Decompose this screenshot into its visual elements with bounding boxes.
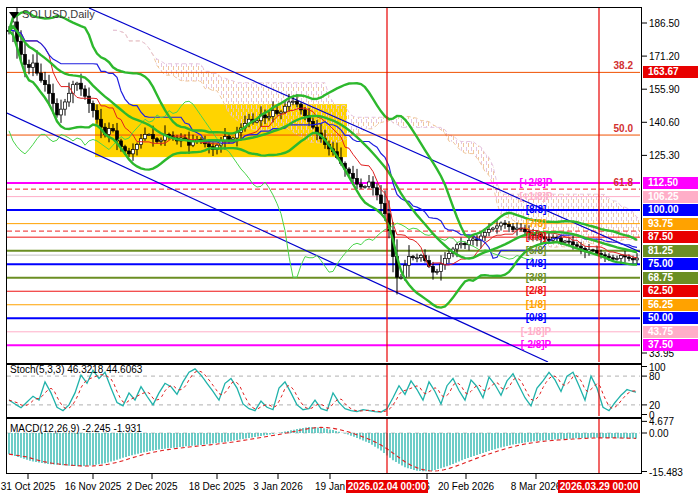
murrey-level-label: [0/8]	[488, 312, 584, 324]
price-tick: 186.50	[649, 18, 680, 29]
murrey-level-label: [6/8]	[488, 231, 584, 243]
price-badge: 43.75	[643, 326, 698, 338]
price-badge: 75.00	[643, 258, 698, 270]
murrey-level-label: [1/8]	[488, 299, 584, 311]
event-date-badge: 2026.02.04 00:00	[346, 480, 428, 493]
murrey-level-label: [-2/8]P	[488, 339, 584, 351]
fib-level-label: 50.0	[575, 123, 633, 134]
murrey-level-label: [+2/8]P	[488, 177, 584, 189]
price-tick: 155.90	[649, 84, 680, 95]
event-date-badge: 2026.03.29 00:00	[558, 480, 640, 493]
murrey-level-label: [-1/8]P	[488, 326, 584, 338]
murrey-level-label: [5/8]	[488, 245, 584, 257]
macd-indicator-label: MACD(12,26,9) -2.245 -1.931	[10, 423, 142, 434]
murrey-level-label: [8/8]	[488, 204, 584, 216]
price-badge: 37.50	[643, 339, 698, 351]
mt-chart-window: SOLUSD,Daily Stoch(5,3,3) 46.3218 44.606…	[0, 0, 700, 500]
fib-level-label: 38.2	[575, 60, 633, 71]
price-badge: 81.25	[643, 245, 698, 257]
stoch-indicator-label: Stoch(5,3,3) 46.3218 44.6063	[10, 364, 142, 375]
price-tick: 171.20	[649, 51, 680, 62]
price-badge: 163.67	[643, 66, 698, 78]
price-badge: 50.00	[643, 312, 698, 324]
murrey-level-label: [7/8]	[488, 218, 584, 230]
fib-level-label: 61.8	[575, 177, 633, 188]
price-badge: 87.50	[643, 231, 698, 243]
price-badge: 112.50	[643, 177, 698, 189]
price-tick: 140.60	[649, 117, 680, 128]
murrey-level-label: [4/8]	[488, 258, 584, 270]
murrey-level-label: [2/8]	[488, 285, 584, 297]
price-badge: 62.50	[643, 285, 698, 297]
price-badge: 56.25	[643, 299, 698, 311]
price-badge: 93.75	[643, 218, 698, 230]
murrey-level-label: [3/8]	[488, 272, 584, 284]
price-tick: 125.30	[649, 150, 680, 161]
murrey-level-label: [+1/8]P	[488, 191, 584, 203]
price-badge: 100.00	[643, 204, 698, 216]
price-badge: 68.75	[643, 272, 698, 284]
price-badge: 106.25	[643, 191, 698, 203]
